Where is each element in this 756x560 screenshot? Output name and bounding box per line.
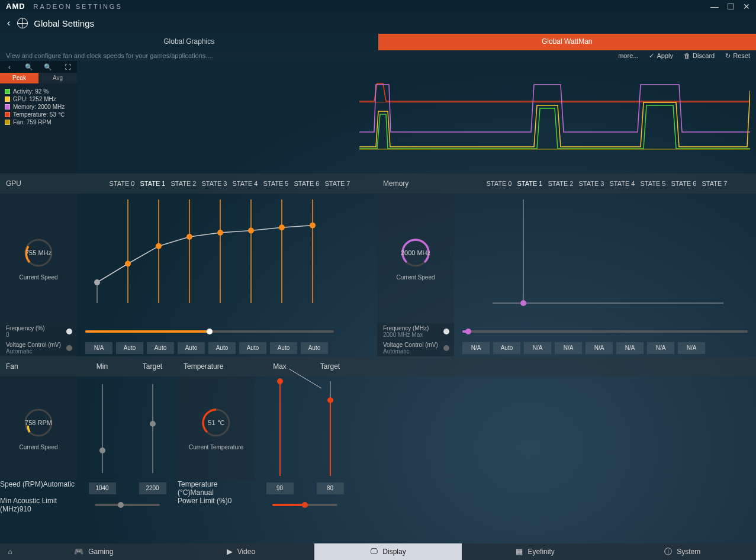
monitor-icon: 🖵 <box>370 543 378 560</box>
voltage-btn-2[interactable]: Auto <box>147 342 174 354</box>
voltage-btn-1[interactable]: Auto <box>493 342 520 354</box>
svg-point-16 <box>310 223 316 228</box>
legend-fan-swatch <box>5 120 10 125</box>
state-tab-3[interactable]: STATE 3 <box>199 180 230 187</box>
gpu-voltage-toggle[interactable] <box>66 345 72 351</box>
memory-state-sliders <box>454 194 756 323</box>
home-icon[interactable]: ⌂ <box>0 543 20 560</box>
gpu-gauge: 755 MHz Current Speed <box>0 194 77 323</box>
header: ‹ Global Settings <box>0 12 756 34</box>
nav-display[interactable]: 🖵Display <box>314 543 462 560</box>
state-tab-0[interactable]: STATE 0 <box>484 180 514 187</box>
svg-point-2 <box>94 279 100 285</box>
discard-button[interactable]: 🗑Discard <box>684 52 715 59</box>
state-tab-1[interactable]: STATE 1 <box>514 180 545 187</box>
nav-gaming[interactable]: 🎮Gaming <box>20 543 168 560</box>
maximize-icon[interactable]: ☐ <box>727 2 735 11</box>
reset-icon: ↻ <box>725 52 731 60</box>
description-bar: View and configure fan and clock speeds … <box>0 50 756 61</box>
gpu-frequency-toggle[interactable] <box>66 329 72 334</box>
voltage-btn-3[interactable]: N/A <box>555 342 582 354</box>
legend-memory-swatch <box>5 104 10 110</box>
voltage-btn-0[interactable]: N/A <box>462 342 490 354</box>
collapse-icon[interactable]: ‹ <box>0 61 19 73</box>
state-tab-6[interactable]: STATE 6 <box>291 180 322 187</box>
state-tab-7[interactable]: STATE 7 <box>322 180 353 187</box>
fullscreen-icon[interactable]: ⛶ <box>58 61 77 73</box>
nav-video[interactable]: ▶Video <box>168 543 315 560</box>
voltage-btn-7[interactable]: N/A <box>678 342 705 354</box>
state-tab-5[interactable]: STATE 5 <box>638 180 668 187</box>
voltage-btn-7[interactable]: Auto <box>301 342 328 354</box>
svg-point-14 <box>279 224 285 230</box>
fan-temp-header: Fan Min Target Temperature Max Target <box>0 356 756 376</box>
tab-global-wattman[interactable]: Global WattMan <box>378 34 757 50</box>
acoustic-slider[interactable] <box>95 504 160 506</box>
voltage-btn-5[interactable]: Auto <box>239 342 266 354</box>
fan-min-value[interactable]: 1040 <box>89 482 116 494</box>
svg-line-23 <box>289 369 321 388</box>
voltage-btn-3[interactable]: Auto <box>178 342 205 354</box>
back-icon[interactable]: ‹ <box>7 18 10 28</box>
play-icon: ▶ <box>227 543 233 560</box>
fan-target-value[interactable]: 2200 <box>139 482 166 494</box>
zoom-in-icon[interactable]: 🔍 <box>20 61 38 73</box>
monitor-graph <box>77 61 756 173</box>
voltage-btn-6[interactable]: Auto <box>270 342 297 354</box>
power-limit-slider[interactable] <box>272 504 337 506</box>
fan-min-slider-area <box>77 376 127 480</box>
state-tab-1[interactable]: STATE 1 <box>137 180 168 187</box>
voltage-btn-6[interactable]: N/A <box>647 342 674 354</box>
fan-target-slider-area <box>127 376 178 480</box>
peak-tab[interactable]: Peak <box>0 73 38 83</box>
gpu-section-header: GPU STATE 0STATE 1STATE 2STATE 3STATE 4S… <box>0 173 377 194</box>
title-bar: AMD RADEON SETTINGS — ☐ ✕ <box>0 0 756 12</box>
apply-button[interactable]: ✓Apply <box>649 52 673 60</box>
info-icon: ⓘ <box>664 543 672 560</box>
memory-frequency-toggle[interactable] <box>443 329 449 334</box>
state-tab-7[interactable]: STATE 7 <box>699 180 730 187</box>
state-tab-6[interactable]: STATE 6 <box>668 180 699 187</box>
state-tab-4[interactable]: STATE 4 <box>230 180 260 187</box>
nav-eyefinity[interactable]: ▦Eyefinity <box>462 543 609 560</box>
state-tab-0[interactable]: STATE 0 <box>107 180 137 187</box>
memory-gauge: 2000 MHz Current Speed <box>377 194 454 323</box>
svg-point-6 <box>156 243 162 249</box>
state-tab-3[interactable]: STATE 3 <box>576 180 607 187</box>
memory-voltage-toggle[interactable] <box>443 345 449 351</box>
voltage-btn-5[interactable]: N/A <box>616 342 644 354</box>
voltage-btn-4[interactable]: Auto <box>208 342 236 354</box>
zoom-out-icon[interactable]: 🔍 <box>39 61 58 73</box>
temp-target-value[interactable]: 80 <box>317 482 344 494</box>
state-tab-5[interactable]: STATE 5 <box>260 180 291 187</box>
brand-logo: AMD <box>6 2 25 11</box>
gpu-state-sliders <box>77 194 342 323</box>
nav-system[interactable]: ⓘSystem <box>609 543 756 560</box>
temp-max-value[interactable]: 90 <box>266 482 294 494</box>
state-tab-2[interactable]: STATE 2 <box>168 180 199 187</box>
reset-button[interactable]: ↻Reset <box>725 52 750 60</box>
avg-tab[interactable]: Avg <box>38 73 77 83</box>
main-tabs: Global Graphics Global WattMan <box>0 34 756 50</box>
svg-point-4 <box>125 261 131 267</box>
tab-global-graphics[interactable]: Global Graphics <box>0 34 378 50</box>
memory-frequency-slider[interactable] <box>462 330 748 333</box>
temp-max-slider-area <box>255 376 305 480</box>
svg-point-12 <box>248 228 254 234</box>
legend-temp-swatch <box>5 112 10 117</box>
state-tab-2[interactable]: STATE 2 <box>545 180 576 187</box>
fan-speed-control: Speed (RPM)Automatic <box>0 480 77 497</box>
close-icon[interactable]: ✕ <box>743 2 750 11</box>
bottom-nav: ⌂ 🎮Gaming ▶Video 🖵Display ▦Eyefinity ⓘSy… <box>0 543 756 560</box>
voltage-btn-1[interactable]: Auto <box>116 342 143 354</box>
voltage-btn-0[interactable]: N/A <box>85 342 112 354</box>
voltage-btn-4[interactable]: N/A <box>586 342 613 354</box>
app-name: RADEON SETTINGS <box>34 3 123 10</box>
voltage-btn-2[interactable]: N/A <box>524 342 551 354</box>
check-icon: ✓ <box>649 52 654 60</box>
temp-target-slider-area <box>305 376 355 480</box>
gpu-frequency-slider[interactable] <box>85 330 334 333</box>
more-button[interactable]: more... <box>618 52 638 59</box>
minimize-icon[interactable]: — <box>710 2 719 11</box>
state-tab-4[interactable]: STATE 4 <box>607 180 638 187</box>
